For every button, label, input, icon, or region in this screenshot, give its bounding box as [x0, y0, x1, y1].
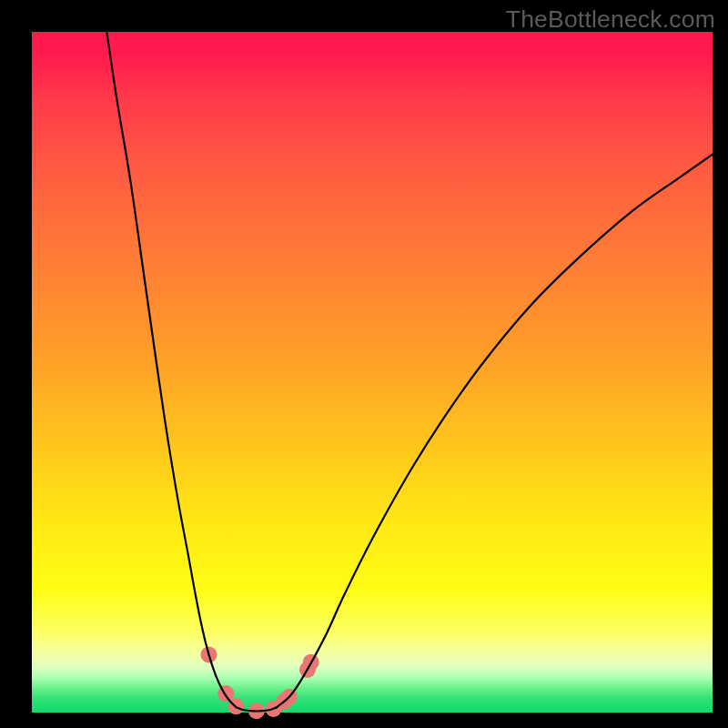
- curve-layer: [32, 32, 713, 713]
- chart-frame: TheBottleneck.com: [0, 0, 728, 728]
- plot-area: [32, 32, 713, 713]
- watermark-text: TheBottleneck.com: [506, 5, 715, 34]
- bottleneck-curve: [106, 32, 713, 712]
